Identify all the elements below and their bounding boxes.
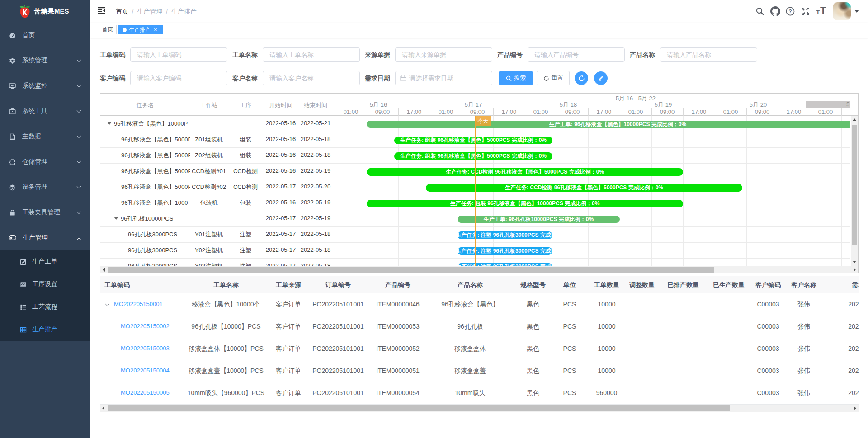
svg-text:?: ? [788, 9, 792, 14]
